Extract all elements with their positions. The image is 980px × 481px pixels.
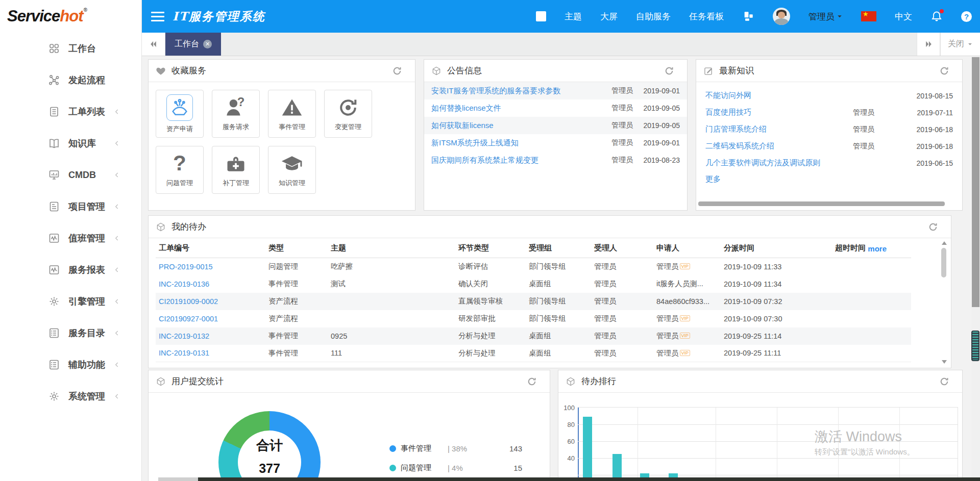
sidebar-item[interactable]: 工单列表	[0, 96, 141, 128]
knowledge-link[interactable]: 门店管理系统介绍	[705, 124, 853, 134]
todo-row[interactable]: INC-2019-0132 事件管理 0925 分析与处理 桌面组 管理员 管理…	[156, 327, 911, 345]
todo-row[interactable]: INC-2019-0136 事件管理 测试 确认关闭 桌面组 管理员 it服务人…	[156, 275, 911, 293]
service-tile[interactable]: ? 服务请求	[212, 90, 260, 138]
refresh-icon[interactable]	[928, 222, 938, 232]
announcement-date: 2019-09-05	[633, 104, 680, 112]
sidebar-item[interactable]: 值班管理	[0, 222, 141, 254]
announcement-link[interactable]: 安装IT服务管理系统的服务器要求参数	[431, 86, 601, 96]
service-tile[interactable]: ? 问题管理	[156, 146, 204, 194]
announcement-row[interactable]: 新ITSM系统升级上线通知 管理员 2019-09-01	[424, 134, 687, 151]
column-header[interactable]: 类型	[265, 238, 328, 258]
todo-type: 事件管理	[265, 275, 328, 293]
todo-row[interactable]: CI20191009-0002 资产流程 直属领导审核 部门领导组 管理员 84…	[156, 293, 911, 310]
service-tile[interactable]: 知识管理	[268, 146, 316, 194]
sidebar-item[interactable]: 服务报表	[0, 254, 141, 286]
refresh-icon[interactable]	[939, 376, 949, 387]
knowledge-row[interactable]: 百度使用技巧 管理员 2019-07-11	[696, 104, 962, 121]
order-id-link[interactable]: CI20190927-0001	[159, 315, 218, 323]
refresh-icon[interactable]	[939, 66, 949, 76]
announcement-row[interactable]: 安装IT服务管理系统的服务器要求参数 管理员 2019-09-01	[424, 82, 687, 99]
column-header[interactable]: 工单编号	[156, 238, 265, 258]
language-switch[interactable]: 中文	[895, 11, 912, 22]
knowledge-link[interactable]: 二维码发码系统介绍	[705, 141, 853, 151]
fullscreen-icon[interactable]	[536, 11, 546, 21]
servicehot-logo[interactable]: Servicehot®	[0, 0, 141, 33]
horizontal-scrollbar-segment[interactable]	[158, 477, 198, 481]
help-icon[interactable]: ?	[961, 11, 972, 22]
china-flag-icon[interactable]: ★	[861, 11, 876, 21]
announcement-link[interactable]: 如何替换license文件	[431, 104, 601, 113]
close-tabs-dropdown[interactable]: 关闭	[940, 33, 980, 56]
refresh-icon[interactable]	[392, 66, 402, 76]
topbar-menu-item[interactable]: 任务看板	[689, 11, 724, 22]
announcement-row[interactable]: 国庆期间所有系统禁止常规变更 管理员 2019-08-23	[424, 151, 687, 169]
order-id-link[interactable]: INC-2019-0136	[159, 280, 209, 288]
column-header[interactable]: 受理人	[591, 238, 653, 258]
order-id-link[interactable]: INC-2019-0132	[159, 332, 209, 340]
knowledge-row[interactable]: 几个主要软件调试方法及调试原则 2019-06-15	[696, 155, 962, 171]
column-header[interactable]: 环节类型	[455, 238, 526, 258]
order-id-link[interactable]: INC-2019-0131	[159, 349, 209, 357]
scroll-up-arrow[interactable]	[942, 241, 947, 245]
tabs-scroll-left-button[interactable]	[142, 33, 165, 56]
knowledge-row[interactable]: 不能访问外网 2019-08-15	[696, 87, 962, 104]
dashboard-grid-icon[interactable]	[742, 11, 754, 22]
more-link[interactable]: more	[868, 244, 887, 253]
page-scrollbar-thumb[interactable]	[972, 57, 979, 307]
knowledge-row[interactable]: 门店管理系统介绍 管理员 2019-06-18	[696, 121, 962, 138]
todo-row[interactable]: INC-2019-0131 事件管理 111 分析与处理 桌面组 管理员 管理员…	[156, 345, 911, 362]
service-tile[interactable]: 变更管理	[324, 90, 372, 138]
column-header[interactable]: 申请人	[653, 238, 721, 258]
knowledge-row[interactable]: 二维码发码系统介绍 管理员 2019-06-18	[696, 138, 962, 155]
scrollbar-marker-widget[interactable]	[971, 331, 979, 361]
announcement-row[interactable]: 如何替换license文件 管理员 2019-09-05	[424, 99, 687, 117]
refresh-icon[interactable]	[664, 66, 674, 76]
tab-workbench[interactable]: 工作台 ✕	[165, 33, 221, 56]
table-vertical-scrollbar[interactable]	[940, 241, 948, 364]
column-header[interactable]: 分派时间	[721, 238, 832, 258]
column-header[interactable]: 受理组	[526, 238, 591, 258]
sidebar-item[interactable]: 发起流程	[0, 64, 141, 96]
user-menu[interactable]: 管理员	[808, 11, 843, 22]
sidebar-item[interactable]: 引擎管理	[0, 286, 141, 317]
todo-row[interactable]: PRO-2019-0015 问题管理 吃萨擦 诊断评估 部门领导组 管理员 管理…	[156, 258, 911, 275]
topbar-menu-item[interactable]: 主题	[565, 11, 582, 22]
service-tile[interactable]: 事件管理	[268, 90, 316, 138]
sidebar-item[interactable]: 服务目录	[0, 317, 141, 349]
service-tile[interactable]: 补丁管理	[212, 146, 260, 194]
announcement-link[interactable]: 国庆期间所有系统禁止常规变更	[431, 156, 601, 165]
announcement-link[interactable]: 新ITSM系统升级上线通知	[431, 138, 601, 148]
knowledge-link[interactable]: 百度使用技巧	[705, 108, 853, 117]
sidebar-item[interactable]: 工作台	[0, 33, 141, 64]
refresh-icon[interactable]	[527, 376, 537, 387]
column-header[interactable]: 主题	[328, 238, 455, 258]
knowledge-link[interactable]: 几个主要软件调试方法及调试原则	[705, 158, 853, 168]
announcement-link[interactable]: 如何获取新license	[431, 121, 601, 131]
announcement-row[interactable]: 如何获取新license 管理员 2019-09-05	[424, 117, 687, 134]
scrollbar-thumb[interactable]	[941, 248, 946, 277]
more-link[interactable]: 更多	[696, 171, 730, 187]
taskbar-edge-strip	[198, 477, 980, 481]
notification-bell-icon[interactable]	[930, 10, 943, 22]
topbar-menu-item[interactable]: 大屏	[600, 11, 618, 22]
sidebar-item[interactable]: 辅助功能	[0, 349, 141, 381]
order-id-link[interactable]: PRO-2019-0015	[159, 263, 213, 271]
todo-row[interactable]: CI20190927-0001 资产流程 研发部审批 部门领导组 管理员 管理员…	[156, 310, 911, 327]
todo-assignee: 管理员	[591, 327, 653, 345]
horizontal-scrollbar-thumb[interactable]	[698, 201, 945, 206]
sidebar-item[interactable]: CMDB	[0, 159, 141, 191]
tab-close-icon[interactable]: ✕	[203, 40, 212, 48]
knowledge-author: 管理员	[853, 142, 909, 151]
service-tile[interactable]: 资产申请	[156, 90, 204, 138]
topbar-menu-item[interactable]: 自助服务	[636, 11, 671, 22]
logo-text: Servicehot®	[7, 7, 87, 26]
sidebar-item[interactable]: 系统管理	[0, 381, 141, 412]
sidebar-item[interactable]: 项目管理	[0, 191, 141, 222]
hamburger-menu-icon[interactable]	[151, 9, 164, 24]
knowledge-link[interactable]: 不能访问外网	[705, 91, 853, 100]
order-id-link[interactable]: CI20191009-0002	[159, 297, 218, 306]
sidebar-item[interactable]: 知识库	[0, 128, 141, 159]
scroll-down-arrow[interactable]	[942, 360, 947, 364]
user-avatar[interactable]	[773, 8, 790, 25]
tabs-scroll-right-button[interactable]	[917, 33, 940, 56]
